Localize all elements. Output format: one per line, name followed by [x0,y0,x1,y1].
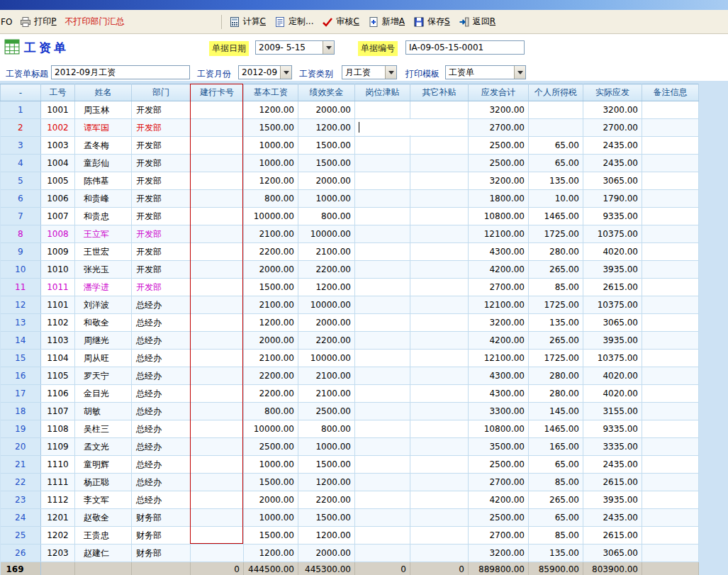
cell-tax[interactable]: 1725.00 [529,225,583,243]
cell-note[interactable] [642,172,699,190]
cell-base[interactable]: 10000.00 [244,420,298,438]
doc-no-input[interactable]: IA-09-05-15-0001 [405,40,525,55]
cell-base[interactable]: 1200.00 [244,545,298,562]
cell-other[interactable] [410,155,469,172]
cell-id[interactable]: 1203 [41,545,75,562]
cell-post[interactable] [355,438,410,456]
cell-id[interactable]: 1006 [41,190,75,208]
cell-n[interactable]: 22 [1,474,41,491]
cell-other[interactable] [410,385,469,403]
cell-name[interactable]: 杨正聪 [75,474,132,491]
chevron-down-icon[interactable] [385,66,396,79]
cell-total[interactable]: 3200.00 [469,545,529,562]
cell-bonus[interactable]: 1200.00 [298,279,355,296]
cell-base[interactable]: 1500.00 [244,119,298,137]
cell-card[interactable] [191,296,244,314]
cell-other[interactable] [410,225,469,243]
cell-n[interactable]: 3 [1,137,41,155]
doc-date-select[interactable]: 2009- 5-15 [255,40,335,55]
cell-card[interactable] [191,172,244,190]
cell-n[interactable]: 9 [1,243,41,261]
cell-n[interactable]: 20 [1,438,41,456]
cell-base[interactable]: 2100.00 [244,225,298,243]
cell-bonus[interactable]: 1200.00 [298,119,355,137]
cell-dept[interactable]: 总经办 [132,474,191,491]
customize-button[interactable]: 定制... [270,13,318,30]
cell-actual[interactable]: 2435.00 [583,509,642,527]
cell-bonus[interactable]: 2200.00 [298,491,355,509]
cell-dept[interactable]: 总经办 [132,367,191,385]
salary-month-select[interactable]: 2012-09 [238,65,292,79]
cell-total[interactable]: 4200.00 [469,491,529,509]
cell-tax[interactable]: 280.00 [529,367,583,385]
cell-bonus[interactable]: 10000.00 [298,296,355,314]
cell-name[interactable]: 金目光 [75,385,132,403]
cell-dept[interactable]: 开发部 [132,119,191,137]
cell-tax[interactable]: 85.00 [529,527,583,545]
cell-tax[interactable]: 65.00 [529,137,583,155]
cell-card[interactable] [191,332,244,350]
cell-base[interactable]: 2100.00 [244,296,298,314]
cell-dept[interactable]: 总经办 [132,491,191,509]
cell-note[interactable] [642,190,699,208]
cell-n[interactable]: 2 [1,119,41,137]
cell-dept[interactable]: 开发部 [132,261,191,279]
cell-total[interactable]: 10800.00 [469,420,529,438]
cell-other[interactable] [410,137,469,155]
cell-card[interactable] [191,314,244,332]
cell-total[interactable]: 2500.00 [469,509,529,527]
cell-dept[interactable]: 开发部 [132,155,191,172]
cell-name[interactable]: 孟冬梅 [75,137,132,155]
cell-other[interactable] [410,261,469,279]
cell-card[interactable] [191,545,244,562]
cell-total[interactable]: 12100.00 [469,296,529,314]
cell-card[interactable] [191,491,244,509]
column-header-note[interactable]: 备注信息 [642,84,699,101]
cell-base[interactable]: 1500.00 [244,279,298,296]
cell-tax[interactable]: 65.00 [529,509,583,527]
cell-actual[interactable]: 3935.00 [583,491,642,509]
cell-note[interactable] [642,261,699,279]
column-header-n[interactable]: - [1,84,41,101]
cell-note[interactable] [642,474,699,491]
cell-card[interactable] [191,279,244,296]
cell-total[interactable]: 3500.00 [469,438,529,456]
cell-total[interactable]: 12100.00 [469,350,529,367]
cell-bonus[interactable]: 10000.00 [298,225,355,243]
cell-dept[interactable]: 总经办 [132,385,191,403]
cell-card[interactable] [191,137,244,155]
cell-actual[interactable]: 3935.00 [583,261,642,279]
cell-id[interactable]: 1105 [41,367,75,385]
cell-n[interactable]: 19 [1,420,41,438]
cell-post[interactable] [355,350,410,367]
cell-note[interactable] [642,350,699,367]
cell-id[interactable]: 1109 [41,438,75,456]
cell-note[interactable] [642,225,699,243]
cell-bonus[interactable]: 2200.00 [298,332,355,350]
cell-id[interactable]: 1111 [41,474,75,491]
cell-bonus[interactable]: 1500.00 [298,137,355,155]
cell-post[interactable] [355,456,410,474]
cell-n[interactable]: 14 [1,332,41,350]
cell-dept[interactable]: 总经办 [132,332,191,350]
cell-name[interactable]: 王贵忠 [75,527,132,545]
cell-actual[interactable]: 3155.00 [583,403,642,420]
cell-post[interactable] [355,367,410,385]
cell-tax[interactable]: 280.00 [529,385,583,403]
cell-total[interactable]: 4200.00 [469,261,529,279]
cell-name[interactable]: 王世宏 [75,243,132,261]
cell-actual[interactable]: 3065.00 [583,172,642,190]
cell-id[interactable]: 1101 [41,296,75,314]
cell-tax[interactable]: 280.00 [529,243,583,261]
cell-id[interactable]: 1010 [41,261,75,279]
cell-other[interactable] [410,172,469,190]
cell-note[interactable] [642,279,699,296]
cell-total[interactable]: 3200.00 [469,172,529,190]
cell-actual[interactable]: 10375.00 [583,296,642,314]
cell-id[interactable]: 1112 [41,491,75,509]
cell-other[interactable] [410,367,469,385]
save-button[interactable]: 保存S [409,13,454,30]
cell-post[interactable] [355,155,410,172]
cell-total[interactable]: 1800.00 [469,190,529,208]
cell-actual[interactable]: 3065.00 [583,545,642,562]
